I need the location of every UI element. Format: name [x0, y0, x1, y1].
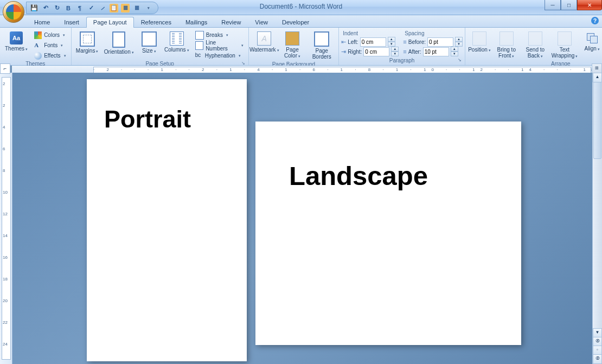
group-label-paragraph[interactable]: Paragraph — [341, 58, 463, 65]
tab-insert[interactable]: Insert — [57, 17, 86, 28]
theme-effects-button[interactable]: Effects — [31, 50, 68, 61]
next-page-button[interactable]: ⦿ — [593, 354, 602, 364]
qat-bold-icon[interactable]: B — [64, 4, 73, 12]
indent-right-label: Right: — [348, 49, 362, 55]
hyphenation-button[interactable]: bcHyphenation — [193, 50, 246, 61]
indent-right-icon: ⇥ — [341, 48, 346, 55]
line-numbers-button[interactable]: Line Numbers — [193, 40, 246, 50]
indent-left-label: Left: — [348, 39, 358, 45]
fonts-icon: A — [34, 42, 42, 49]
page-portrait[interactable]: Portrait — [87, 79, 247, 361]
group-paragraph: Indent ⇤Left:▲▼ ⇥Right:▲▼ Spacing ≡Befor… — [339, 28, 465, 65]
qat-check-icon[interactable]: ✓ — [87, 4, 95, 12]
breaks-button[interactable]: Breaks — [193, 30, 246, 40]
qat-highlight-icon[interactable]: 📋 — [110, 4, 118, 12]
group-page-background: Watermark Page Color Page Borders Page B… — [249, 28, 340, 65]
vertical-ruler[interactable]: 2 2 4 6 8 10 12 14 16 18 20 22 24 — [0, 73, 12, 364]
bring-to-front-button[interactable]: Bring to Front — [492, 29, 520, 61]
text-wrapping-button[interactable]: Text Wrapping — [550, 29, 579, 61]
page-color-button[interactable]: Page Color — [279, 29, 306, 61]
indent-header: Indent — [341, 30, 399, 37]
scroll-up-button[interactable]: ▲ — [593, 73, 602, 82]
help-icon[interactable]: ? — [591, 17, 599, 24]
qat-redo-icon[interactable]: ↻ — [53, 4, 61, 12]
spacing-after-icon: ≡ — [403, 48, 406, 55]
spacing-before-input[interactable] — [427, 37, 453, 47]
page2-text[interactable]: Landscape — [289, 161, 521, 191]
indent-right-input[interactable] — [363, 47, 389, 56]
spacing-before-icon: ≡ — [403, 39, 406, 45]
spacing-header: Spacing — [403, 30, 463, 37]
qat-customize-icon[interactable] — [144, 4, 152, 12]
close-button[interactable]: ✕ — [577, 0, 602, 10]
qat-paragraph-icon[interactable]: ¶ — [75, 4, 84, 12]
qat-lines2-icon[interactable]: ≣ — [132, 4, 141, 12]
colors-icon — [34, 31, 42, 39]
tab-selector[interactable]: ⌐ — [0, 63, 10, 74]
hyphenation-icon: bc — [195, 52, 203, 60]
indent-left-down[interactable]: ▼ — [388, 42, 395, 47]
indent-left-up[interactable]: ▲ — [388, 37, 395, 42]
document-workspace[interactable]: 2 2 4 6 8 10 12 14 16 18 20 22 24 Portra… — [0, 73, 593, 364]
ribbon-tabs: Home Insert Page Layout References Maili… — [0, 15, 602, 28]
group-page-setup: Margins Orientation Size Columns Breaks … — [72, 28, 249, 65]
position-button[interactable]: Position — [467, 29, 491, 55]
qat-save-icon[interactable]: 💾 — [30, 4, 39, 12]
send-to-back-button[interactable]: Send to Back — [521, 29, 549, 61]
page-borders-button[interactable]: Page Borders — [307, 29, 336, 61]
indent-left-input[interactable] — [360, 37, 386, 47]
tab-review[interactable]: Review — [214, 17, 248, 28]
vertical-scrollbar[interactable]: ▲ ▼ ⦿ ◦ ⦿ — [592, 73, 602, 364]
window-buttons: ─ □ ✕ — [545, 0, 602, 10]
spacing-before-up[interactable]: ▲ — [455, 37, 463, 42]
watermark-button[interactable]: Watermark — [251, 29, 278, 55]
indent-left-icon: ⇤ — [341, 39, 346, 46]
page1-text[interactable]: Portrait — [104, 105, 247, 133]
spacing-before-down[interactable]: ▼ — [455, 42, 463, 47]
theme-colors-button[interactable]: Colors — [31, 30, 68, 40]
spacing-after-up[interactable]: ▲ — [451, 47, 458, 52]
page-landscape[interactable]: Landscape — [255, 122, 521, 345]
spacing-after-down[interactable]: ▼ — [451, 52, 458, 56]
tab-view[interactable]: View — [248, 17, 275, 28]
theme-fonts-button[interactable]: AFonts — [31, 40, 68, 50]
maximize-button[interactable]: □ — [561, 0, 577, 10]
indent-right-down[interactable]: ▼ — [391, 52, 399, 56]
spacing-before-label: Before: — [408, 39, 426, 45]
spacing-after-label: After: — [408, 49, 421, 55]
office-button[interactable] — [3, 1, 24, 23]
quick-access-toolbar: 💾 ↶ ↻ B ¶ ✓ ⟋ 📋 ≣ ≣ — [26, 2, 158, 14]
themes-button[interactable]: Themes — [2, 29, 30, 54]
tab-developer[interactable]: Developer — [275, 17, 316, 28]
tab-references[interactable]: References — [134, 17, 178, 28]
spacing-after-input[interactable] — [423, 47, 449, 56]
align-button[interactable]: Align — [580, 29, 602, 54]
group-themes: Themes Colors AFonts Effects Themes — [0, 28, 72, 65]
columns-button[interactable]: Columns — [162, 29, 191, 55]
breaks-icon — [195, 31, 204, 40]
margins-button[interactable]: Margins — [74, 29, 101, 56]
minimize-button[interactable]: ─ — [545, 0, 561, 10]
tab-page-layout[interactable]: Page Layout — [86, 17, 134, 28]
group-arrange: Position Bring to Front Send to Back Tex… — [465, 28, 602, 65]
size-button[interactable]: Size — [137, 29, 161, 56]
qat-undo-icon[interactable]: ↶ — [41, 4, 50, 12]
qat-lines1-icon[interactable]: ≣ — [121, 4, 130, 12]
orientation-button[interactable]: Orientation — [102, 29, 136, 57]
ribbon: Themes Colors AFonts Effects Themes Marg… — [0, 28, 602, 66]
line-numbers-icon — [195, 41, 203, 50]
tab-home[interactable]: Home — [27, 17, 57, 28]
effects-icon — [34, 52, 42, 60]
scroll-thumb[interactable] — [593, 82, 601, 159]
qat-spell-icon[interactable]: ⟋ — [98, 4, 107, 12]
indent-right-up[interactable]: ▲ — [391, 47, 399, 52]
tab-mailings[interactable]: Mailings — [178, 17, 214, 28]
title-bar: 💾 ↶ ↻ B ¶ ✓ ⟋ 📋 ≣ ≣ Document6 - Microsof… — [0, 0, 602, 15]
